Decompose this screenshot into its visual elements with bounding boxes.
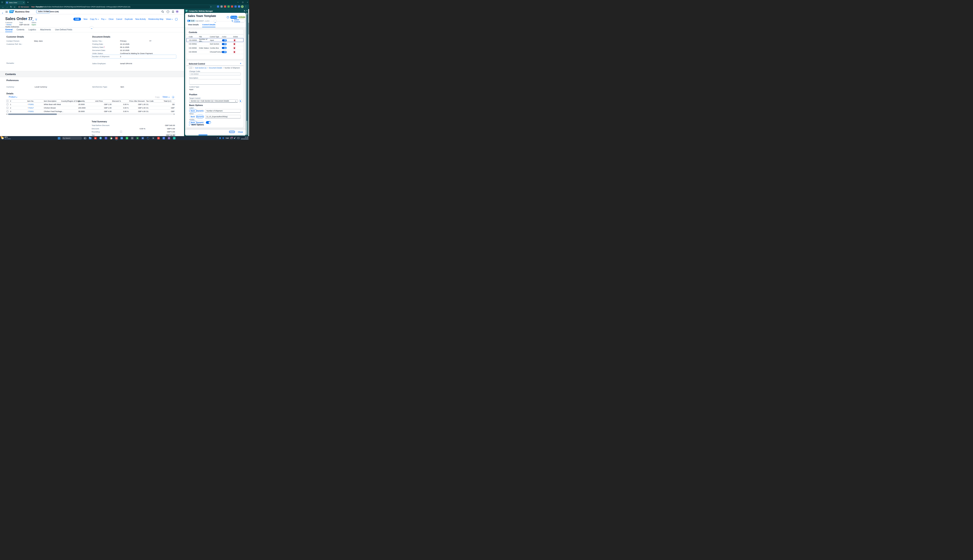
display-lock-icon[interactable] — [230, 137, 232, 139]
share-icon[interactable] — [175, 18, 177, 20]
app-youtube[interactable]: ▶ — [94, 137, 97, 140]
browser-scrollbar[interactable] — [248, 9, 249, 136]
breadcrumb-more-button[interactable]: ••• — [189, 67, 192, 69]
item-link[interactable]: ›FG021 — [27, 110, 44, 112]
collapse-header-button[interactable] — [90, 26, 94, 28]
drop-icon[interactable] — [222, 137, 224, 139]
table-row[interactable]: 2›FG017Chicken Breast200.0000GBP 2.000.0… — [6, 106, 175, 110]
app-sap-business-one[interactable]: B1 — [115, 137, 118, 140]
new-activity-button[interactable]: New Activity — [135, 18, 146, 20]
rounding-checkbox[interactable] — [120, 131, 122, 133]
views-dropdown[interactable]: Views — [162, 96, 169, 98]
table-row[interactable]: 1›FG001White Bean with Meat20.0000GBP 1.… — [6, 103, 175, 106]
tab-general[interactable]: General — [5, 28, 12, 32]
back-icon[interactable]: ← — [2, 6, 4, 8]
vscroll-thumb[interactable] — [246, 14, 247, 121]
tab-close-icon[interactable]: × — [23, 2, 24, 3]
item-link[interactable]: ›FG001 — [27, 103, 44, 105]
document-field-row[interactable]: Number of Shipment:2 — [92, 55, 176, 58]
weather-widget[interactable]: 2 20°C Çok bulutlu — [1, 137, 11, 139]
first-record-icon[interactable] — [26, 18, 27, 20]
row-checkbox[interactable] — [7, 103, 8, 105]
views-button[interactable]: Views — [166, 18, 173, 20]
app-calculator[interactable]: = — [130, 137, 134, 140]
pay-button[interactable]: Pay — [101, 18, 106, 20]
panel-tab-control-details[interactable]: Control Details — [202, 23, 216, 27]
duplicate-button[interactable]: Duplicate — [125, 18, 133, 20]
extension-icon[interactable] — [224, 5, 226, 8]
basic-segment-button[interactable]: Basic — [189, 109, 197, 113]
option-value-input[interactable] — [205, 109, 241, 113]
row-checkbox[interactable] — [7, 110, 8, 112]
extension-icon[interactable] — [238, 5, 240, 8]
dynamic-segment-button[interactable]: Dynamic — [196, 109, 204, 113]
option-value-input[interactable] — [205, 115, 241, 118]
browser-tab[interactable]: Sales Order × — [5, 1, 25, 5]
breadcrumb-link[interactable]: Sub Section (1) — [195, 67, 206, 69]
control-row[interactable]: CD-00050Order StatusCombo BoxON — [186, 46, 244, 50]
basic-segment-button[interactable]: Basic — [189, 115, 197, 118]
control-row[interactable]: CD-00053Number of Shi...InputON — [186, 38, 244, 42]
cancel-button[interactable]: Cancel — [116, 18, 122, 20]
forward-icon[interactable]: → — [6, 6, 8, 8]
bell-icon[interactable] — [172, 10, 174, 13]
app-chrome[interactable] — [110, 137, 113, 140]
close-link[interactable]: Close — [238, 131, 243, 133]
tab-contents[interactable]: Contents — [17, 28, 24, 32]
app-edge-browser[interactable]: e — [99, 137, 102, 140]
tab-attachments[interactable]: Attachments — [40, 28, 51, 32]
delete-icon[interactable] — [233, 51, 236, 53]
drop-icon[interactable] — [219, 137, 221, 139]
address-bar[interactable]: × Not secure https://hanadev/webx/index.… — [16, 5, 210, 8]
shell-back-icon[interactable] — [2, 11, 3, 14]
scroll-down-icon[interactable]: ▼ — [246, 134, 247, 135]
app-teams[interactable]: T — [104, 137, 108, 140]
app-task-view[interactable] — [83, 137, 87, 140]
close-button[interactable]: × — [247, 2, 248, 3]
previous-record-icon[interactable] — [29, 18, 30, 22]
description-textarea[interactable] — [189, 79, 241, 85]
window-menu-chevron-icon[interactable]: ∨ — [1, 1, 3, 4]
muted-speaker-icon[interactable] — [234, 137, 236, 139]
active-toggle[interactable]: ON — [222, 47, 227, 49]
browser-menu-icon[interactable]: ⋮ — [245, 5, 247, 7]
hscroll-thumb[interactable] — [8, 113, 57, 115]
scroll-up-icon[interactable]: ▲ — [246, 13, 247, 14]
bookmark-star-icon[interactable]: ☆ — [210, 6, 212, 8]
close-button[interactable]: Close — [109, 18, 114, 20]
copy-to-button[interactable]: Copy To — [90, 18, 99, 20]
app-photos[interactable]: P — [162, 137, 166, 140]
reload-icon[interactable]: ↻ — [10, 6, 12, 8]
app-notebook[interactable]: N — [152, 137, 155, 140]
app-computec[interactable]: ∩ — [172, 137, 176, 140]
extension-icon[interactable] — [234, 5, 237, 8]
touch-keyboard-icon[interactable] — [237, 137, 239, 139]
clock[interactable]: 11:34 24/10/2025 — [241, 136, 248, 140]
extension-icon[interactable] — [231, 5, 233, 8]
taskbar-search[interactable]: Search — [62, 137, 82, 140]
shell-list-icon[interactable] — [5, 10, 8, 13]
extension-icon[interactable] — [217, 5, 219, 8]
app-anydesk[interactable]: A — [157, 137, 160, 140]
browser-scroll-thumb[interactable] — [248, 23, 249, 34]
breadcrumb-link[interactable]: Document Details — [209, 67, 222, 69]
copy-button[interactable]: Copy — [155, 96, 160, 98]
delete-icon[interactable] — [233, 43, 236, 45]
basic-segment-button[interactable]: Basic — [189, 121, 197, 124]
select-control-button[interactable]: Select Control — [232, 19, 245, 22]
table-hscrollbar[interactable]: ◀ ▶ — [6, 113, 175, 115]
panel-collapse-button[interactable] — [214, 20, 217, 23]
control-row[interactable]: CD-00049ChooseFromListON — [186, 50, 244, 54]
panel-hscrollbar[interactable] — [186, 135, 244, 135]
selected-control-close-icon[interactable]: × — [240, 62, 241, 65]
maximize-button[interactable]: ▢ — [242, 2, 244, 3]
user-avatar[interactable]: m — [176, 10, 179, 13]
active-toggle[interactable]: ON — [222, 43, 227, 45]
extension-icon[interactable] — [227, 5, 230, 8]
item-link[interactable]: ›FG017 — [27, 107, 44, 109]
active-toggle[interactable]: ON — [222, 39, 227, 42]
app-word[interactable]: W — [141, 137, 144, 140]
panel-vscrollbar[interactable]: ▲ ▼ — [246, 13, 247, 135]
home-icon[interactable]: ⌂ — [14, 6, 15, 8]
edit-button[interactable]: Edit — [74, 18, 81, 21]
